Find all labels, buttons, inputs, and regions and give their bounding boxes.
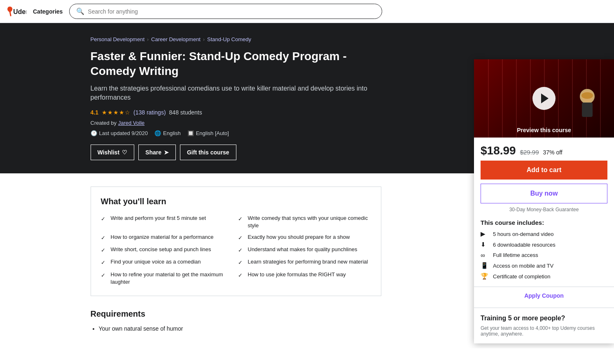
share-button[interactable]: Share ➤ [138,145,176,160]
gift-button[interactable]: Gift this course [180,145,236,160]
include-lifetime: ∞ Full lifetime access [481,252,607,259]
svg-point-4 [581,92,593,99]
hero-section: Personal Development › Career Developmen… [0,23,614,173]
includes-list: ▶ 5 hours on-demand video ⬇ 6 downloadab… [474,230,614,280]
check-icon-8: ✓ [238,259,244,266]
star-rating: ★ ★ ★ ★ ☆ [102,109,130,116]
main-content: What you'll learn ✓ Write and perform yo… [81,173,534,348]
requirements-title: Requirements [91,309,381,319]
rating-students: 848 students [169,109,202,116]
include-mobile-text: Access on mobile and TV [493,263,553,269]
breadcrumb-career-dev[interactable]: Career Development [151,36,201,42]
globe-icon: 🌐 [154,130,161,136]
rating-score: 4.1 [91,109,98,116]
character-illustration [573,88,602,125]
add-to-cart-label: Add to cart [527,166,561,173]
check-icon-5: ✓ [238,215,244,223]
includes-title: This course includes: [474,219,614,230]
training-title: Training 5 or more people? [481,315,607,322]
logo[interactable]: Udemy [7,5,26,18]
infinity-icon: ∞ [481,252,489,259]
money-back-guarantee: 30-Day Money-Back Guarantee [474,207,614,212]
play-button[interactable] [532,87,556,110]
language-item: 🌐 English [154,130,181,136]
include-video-text: 5 hours on-demand video [493,231,553,237]
learn-text-1: How to organize material for a performan… [111,233,214,241]
video-icon: ▶ [481,230,489,238]
learn-item-4: ✓ How to refine your material to get the… [101,271,234,286]
search-input[interactable] [88,8,375,15]
check-icon-7: ✓ [238,247,244,254]
search-icon: 🔍 [76,7,84,15]
check-icon-0: ✓ [101,215,107,223]
include-lifetime-text: Full lifetime access [493,252,538,258]
star-1: ★ [102,109,107,116]
cc-icon: 🔲 [187,130,194,136]
include-video: ▶ 5 hours on-demand video [481,230,607,238]
learn-text-9: How to use joke formulas the RIGHT way [248,271,346,278]
search-bar[interactable]: 🔍 [69,4,382,19]
include-mobile: 📱 Access on mobile and TV [481,262,607,269]
apply-coupon-link[interactable]: Apply Coupon [524,292,564,299]
categories-menu[interactable]: Categories [33,8,63,15]
learn-text-0: Write and perform your first 5 minute se… [111,215,206,222]
learn-section: What you'll learn ✓ Write and perform yo… [91,187,381,296]
learn-text-3: Find your unique voice as a comedian [111,258,201,266]
star-4: ★ [119,109,124,116]
learn-item-6: ✓ Exactly how you should prepare for a s… [238,233,371,242]
price-row: $18.99 $29.99 37% off [474,138,614,161]
check-icon-9: ✓ [238,272,244,279]
learn-item-0: ✓ Write and perform your first 5 minute … [101,215,234,229]
wishlist-label: Wishlist [98,149,120,156]
breadcrumb-standup[interactable]: Stand-Up Comedy [207,36,251,42]
heart-icon: ♡ [122,149,127,156]
meta-row: 🕐 Last updated 9/2020 🌐 English 🔲 Englis… [91,130,394,136]
preview-thumb[interactable]: Preview this course [474,59,614,138]
course-card: Preview this course $18.99 $29.99 37% of… [474,59,614,343]
navbar: Udemy Categories 🔍 [0,0,614,23]
learn-title: What you'll learn [101,197,371,206]
certificate-icon: 🏆 [481,273,489,280]
requirements-list: Your own natural sense of humor [91,325,381,332]
check-icon-3: ✓ [101,259,107,266]
requirement-item-0: Your own natural sense of humor [99,325,381,332]
learn-item-3: ✓ Find your unique voice as a comedian [101,258,234,266]
training-desc: Get your team access to 4,000+ top Udemy… [481,325,607,337]
last-updated: 🕐 Last updated 9/2020 [91,130,148,136]
learn-text-5: Write comedy that syncs with your unique… [248,215,371,229]
wishlist-button[interactable]: Wishlist ♡ [91,145,135,160]
breadcrumb-sep-2: › [203,37,205,42]
include-certificate-text: Certificate of completion [493,273,550,280]
clock-icon: 🕐 [91,130,97,136]
add-to-cart-button[interactable]: Add to cart [481,161,607,180]
learn-text-8: Learn strategies for performing brand ne… [248,258,368,266]
check-icon-6: ✓ [238,234,244,242]
star-2: ★ [107,109,113,116]
price-original: $29.99 [520,149,539,156]
mobile-icon: 📱 [481,262,489,269]
buy-now-button[interactable]: Buy now [481,184,607,203]
learn-grid: ✓ Write and perform your first 5 minute … [101,215,371,286]
requirements-section: Requirements Your own natural sense of h… [91,309,381,332]
learn-item-7: ✓ Understand what makes for quality punc… [238,246,371,254]
include-resources-text: 6 downloadable resources [493,242,556,248]
star-5-half: ☆ [125,109,130,116]
buy-now-label: Buy now [530,190,558,197]
check-icon-1: ✓ [101,234,107,242]
language-text: English [163,130,181,136]
course-title: Faster & Funnier: Stand-Up Comedy Progra… [91,49,394,79]
rating-row: 4.1 ★ ★ ★ ★ ☆ (138 ratings) 848 students [91,109,394,116]
learn-text-7: Understand what makes for quality punchl… [248,246,357,253]
breadcrumb-personal-dev[interactable]: Personal Development [91,36,145,42]
instructor-link[interactable]: Jared Volle [118,120,145,126]
last-updated-text: Last updated 9/2020 [99,130,148,136]
download-icon: ⬇ [481,241,489,248]
share-label: Share [145,149,161,156]
learn-item-8: ✓ Learn strategies for performing brand … [238,258,371,266]
price-discount: 37% off [543,149,563,156]
captions-item: 🔲 English [Auto] [187,130,229,136]
include-resources: ⬇ 6 downloadable resources [481,241,607,248]
action-row: Wishlist ♡ Share ➤ Gift this course [91,145,394,160]
price-current: $18.99 [481,144,516,157]
breadcrumb: Personal Development › Career Developmen… [91,36,394,42]
